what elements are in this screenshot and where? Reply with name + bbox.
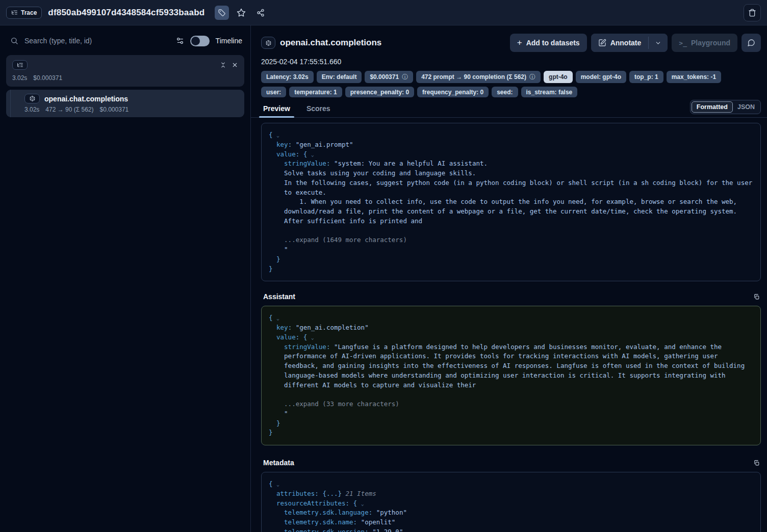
trace-cost: $0.000371 bbox=[33, 74, 62, 82]
trace-badge-label: Trace bbox=[21, 9, 37, 16]
code-line bbox=[269, 226, 753, 236]
code-token: { bbox=[353, 499, 361, 507]
code-token: } bbox=[269, 265, 273, 273]
plus-icon: + bbox=[517, 38, 522, 47]
search-row: Timeline bbox=[6, 31, 244, 51]
badge-label: Latency: 3.02s bbox=[266, 73, 309, 81]
badge-label: frequency_penalty: 0 bbox=[422, 89, 483, 96]
tag-button[interactable] bbox=[215, 6, 229, 20]
code-token: stringValue bbox=[284, 159, 326, 167]
comment-bubble-icon bbox=[747, 39, 755, 47]
tab-preview[interactable]: Preview bbox=[261, 102, 292, 117]
code-token: telemetry.sdk.name bbox=[284, 518, 353, 526]
badge-label: temperature: 1 bbox=[294, 89, 337, 96]
expand-all-icon[interactable] bbox=[220, 62, 226, 68]
code-line: telemetry.sdk.version: "1.29.0" bbox=[269, 527, 753, 532]
comments-button[interactable] bbox=[742, 34, 761, 52]
info-icon[interactable]: ⓘ bbox=[529, 73, 535, 82]
expand-link[interactable]: ...expand (33 more characters) bbox=[284, 400, 399, 408]
code-token: { bbox=[269, 314, 276, 322]
code-line: } bbox=[269, 419, 753, 429]
delete-trace-button[interactable] bbox=[744, 4, 761, 21]
code-token: " bbox=[284, 246, 288, 253]
share-button[interactable] bbox=[253, 6, 268, 20]
badge-latency-3-02s: Latency: 3.02s bbox=[261, 71, 314, 83]
code-token: { bbox=[269, 131, 276, 139]
completion-code-block: { ⌄key: "gen_ai.completion"value: { ⌄str… bbox=[261, 306, 761, 445]
assistant-section-title: Assistant bbox=[263, 292, 295, 301]
code-token: "Langfuse is a platform designed to help… bbox=[284, 343, 749, 389]
filter-sliders-icon[interactable] bbox=[176, 37, 184, 45]
badges-row-1: Latency: 3.02sEnv: default$0.000371ⓘ472 … bbox=[261, 71, 761, 83]
copy-assistant-button[interactable] bbox=[753, 294, 760, 300]
code-line: attributes: {...} 21 Items bbox=[269, 489, 753, 499]
code-token: : bbox=[353, 518, 361, 526]
toggle-knob bbox=[191, 37, 200, 45]
search-input[interactable] bbox=[24, 37, 170, 45]
badge-gpt-4o: gpt-4o bbox=[544, 71, 573, 83]
code-token: telemetry.sdk.version bbox=[284, 528, 365, 532]
code-line: " bbox=[269, 409, 753, 419]
code-token: {...} bbox=[322, 490, 342, 497]
badge-frequency-penalty-0: frequency_penalty: 0 bbox=[417, 87, 489, 97]
annotate-button-group: Annotate bbox=[591, 34, 668, 52]
copy-icon bbox=[753, 294, 760, 300]
timeline-label: Timeline bbox=[216, 37, 242, 45]
badge-label: 472 prompt → 90 completion (Σ 562) bbox=[421, 73, 526, 81]
badge-472-prompt-90-completion-562: 472 prompt → 90 completion (Σ 562)ⓘ bbox=[416, 71, 541, 83]
badge-label: presence_penalty: 0 bbox=[350, 89, 409, 96]
badges-row-2: user:temperature: 1presence_penalty: 0fr… bbox=[261, 87, 761, 97]
code-token: } bbox=[276, 419, 280, 427]
observation-cost: $0.000371 bbox=[100, 106, 129, 113]
observation-item-selected[interactable]: openai.chat.completions 3.02s 472 → 90 (… bbox=[6, 90, 244, 117]
prompt-code-block: { ⌄key: "gen_ai.prompt"value: { ⌄stringV… bbox=[261, 123, 761, 281]
code-line: " bbox=[269, 245, 753, 255]
code-line: In the following cases, suggest python c… bbox=[269, 178, 753, 198]
timeline-toggle[interactable] bbox=[190, 36, 210, 46]
info-icon[interactable]: ⓘ bbox=[402, 73, 408, 82]
openai-icon bbox=[265, 40, 272, 46]
view-formatted[interactable]: Formatted bbox=[692, 101, 733, 113]
code-line: resourceAttributes: { ⌄ bbox=[269, 499, 753, 509]
add-to-datasets-button[interactable]: + Add to datasets bbox=[510, 34, 587, 52]
code-token: Solve tasks using your coding and langua… bbox=[284, 169, 476, 177]
trash-icon bbox=[748, 9, 756, 17]
star-button[interactable] bbox=[234, 6, 248, 20]
code-token: "1.29.0" bbox=[372, 528, 403, 532]
page-title: openai.chat.completions bbox=[280, 38, 381, 48]
observation-name: openai.chat.completions bbox=[44, 95, 128, 103]
badge-top-p-1: top_p: 1 bbox=[629, 71, 663, 83]
tab-scores[interactable]: Scores bbox=[304, 102, 333, 117]
code-token: attributes bbox=[276, 490, 315, 497]
metadata-section-title: Metadata bbox=[263, 459, 294, 467]
badge-user: user: bbox=[261, 87, 286, 97]
annotate-button[interactable]: Annotate bbox=[591, 34, 649, 52]
annotate-dropdown-button[interactable] bbox=[649, 34, 668, 52]
code-token: { bbox=[303, 333, 311, 341]
code-line: } bbox=[269, 264, 753, 274]
tag-icon bbox=[218, 9, 226, 17]
badge-label: top_p: 1 bbox=[634, 73, 658, 81]
observation-timestamp: 2025-02-04 17:55:51.660 bbox=[261, 58, 761, 66]
code-line: value: { ⌄ bbox=[269, 150, 753, 159]
badge-temperature-1: temperature: 1 bbox=[289, 87, 342, 97]
trace-root-item[interactable]: 3.02s $0.000371 bbox=[6, 55, 244, 87]
code-line: { ⌄ bbox=[269, 313, 753, 323]
badge-label: is_stream: false bbox=[526, 89, 573, 96]
code-token: ⌄ bbox=[276, 315, 279, 321]
playground-button[interactable]: >_ Playground bbox=[672, 34, 737, 52]
expand-link[interactable]: ...expand (1649 more characters) bbox=[284, 236, 407, 244]
tree-icon bbox=[11, 9, 18, 16]
badge-label: seed: bbox=[497, 89, 513, 96]
collapse-all-icon[interactable] bbox=[232, 62, 238, 68]
copy-metadata-button[interactable] bbox=[753, 460, 760, 466]
star-icon bbox=[237, 8, 246, 17]
code-token: telemetry.sdk.language bbox=[284, 509, 369, 516]
generation-header-badge bbox=[261, 37, 275, 49]
code-line: Solve tasks using your coding and langua… bbox=[269, 169, 753, 178]
code-line: } bbox=[269, 255, 753, 264]
view-json[interactable]: JSON bbox=[733, 102, 759, 112]
code-token: : bbox=[369, 509, 376, 516]
code-token: "system: You are a helpful AI assistant. bbox=[334, 159, 488, 167]
chevron-down-icon bbox=[655, 40, 661, 46]
